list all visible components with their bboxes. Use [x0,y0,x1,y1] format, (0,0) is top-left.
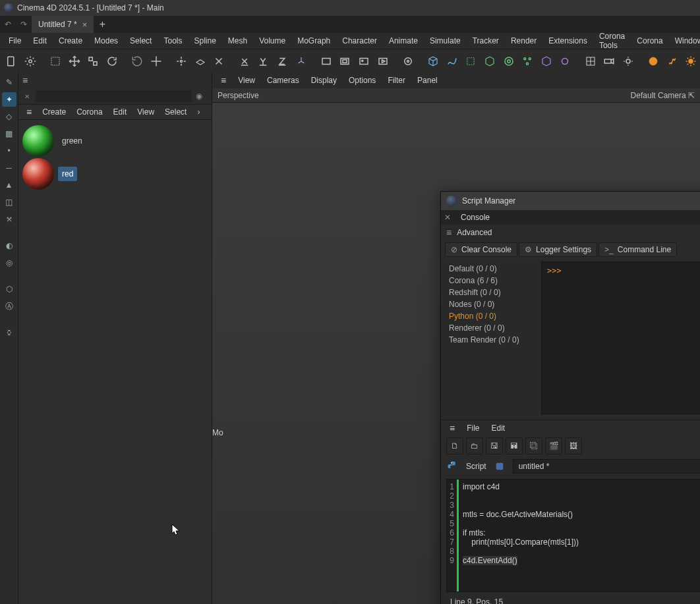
vmenu-panel[interactable]: Panel [413,74,442,87]
menu-corona[interactable]: Corona [632,34,667,47]
spline-primitive-icon[interactable] [443,52,461,70]
simulate-icon[interactable] [556,52,574,70]
cube-primitive-icon[interactable] [424,52,442,70]
z-axis-icon[interactable] [274,52,291,70]
snap-icon[interactable] [173,52,190,70]
menu-tracker[interactable]: Tracker [468,34,504,47]
image-icon[interactable]: 🖼 [565,437,582,454]
menu-volume[interactable]: Volume [254,34,290,47]
render-settings-icon[interactable] [317,52,335,70]
menu-create[interactable]: Create [54,34,87,47]
corona-render-icon[interactable] [645,52,662,70]
hamburger-icon[interactable] [22,75,28,86]
mat-menu-create[interactable]: Create [38,105,70,119]
script-menu-file[interactable]: File [462,422,484,435]
menu-extensions[interactable]: Extensions [544,34,592,47]
copy-icon[interactable]: ⿻ [525,437,542,454]
mat-menu-corona[interactable]: Corona [73,105,106,119]
more-menu-icon[interactable] [193,105,204,119]
save-as-icon[interactable]: 🖬 [506,437,523,454]
redo-button[interactable]: ↷ [16,16,32,33]
console-cat-active[interactable]: Python (0 / 0) [449,312,531,321]
render-queue-icon[interactable] [374,52,392,70]
menu-simulate[interactable]: Simulate [425,34,465,47]
menu-select[interactable]: Select [125,34,156,47]
menu-tools[interactable]: Tools [159,34,187,47]
close-tab-icon[interactable]: × [82,20,88,30]
code-content[interactable]: import c4d mtls = doc.GetActiveMaterials… [459,480,583,591]
deformer-icon[interactable] [481,52,499,70]
uv-mode-icon[interactable]: ◫ [2,195,16,209]
script-menu-edit[interactable]: Edit [487,422,510,435]
vmenu-filter[interactable]: Filter [383,74,410,87]
vmenu-cameras[interactable]: Cameras [262,74,304,87]
mograph-icon[interactable] [519,52,537,70]
material-name[interactable]: red [58,167,77,181]
clear-search-icon[interactable] [22,93,32,100]
console-tab[interactable]: Console [454,211,496,224]
menu-file[interactable]: File [4,34,26,47]
new-tab-button[interactable]: + [94,16,111,33]
edge-mode-icon[interactable]: ─ [2,161,16,175]
command-line-button[interactable]: >_Command Line [598,242,677,257]
history-icon[interactable] [129,52,146,70]
coord-system-icon[interactable] [292,52,310,70]
viewport-camera[interactable]: Default Camera ⇱ [631,91,695,100]
menu-character[interactable]: Character [337,34,382,47]
mat-menu-select[interactable]: Select [161,105,190,119]
new-script-icon[interactable]: 🗋 [446,437,463,454]
console-cat[interactable]: Default (0 / 0) [449,264,531,273]
poly-mode-icon[interactable]: ▲ [2,178,16,192]
open-script-icon[interactable]: 🗀 [466,437,483,454]
light-icon[interactable] [620,52,637,70]
hamburger-icon[interactable] [216,73,231,88]
close-tab-icon[interactable]: ✕ [441,213,454,222]
object-mode-icon[interactable]: ◇ [2,109,16,124]
gear-icon[interactable] [22,52,40,70]
console-output[interactable]: >>> [541,261,700,414]
axis-lock-icon[interactable] [210,52,228,70]
live-select-icon[interactable] [47,52,65,70]
menu-modes[interactable]: Modes [90,34,123,47]
menu-render[interactable]: Render [506,34,541,47]
script-manager-window[interactable]: Script Manager ─ □ ✕ ✕ Console Advanced … [440,191,700,604]
material-item[interactable]: green [22,125,208,157]
script-name-dropdown[interactable]: untitled * [513,459,700,474]
menu-corona-tools[interactable]: Corona Tools [595,30,629,52]
field-icon[interactable] [500,52,517,70]
mat-menu-edit[interactable]: Edit [109,105,131,119]
axis-mode-icon[interactable]: ⤧ [2,212,16,227]
window-titlebar[interactable]: Script Manager ─ □ ✕ [441,192,700,210]
menu-animate[interactable]: Animate [384,34,423,47]
menu-edit[interactable]: Edit [28,34,51,47]
camera-icon[interactable] [600,52,618,70]
vmenu-view[interactable]: View [233,74,260,87]
save-script-icon[interactable]: 🖫 [486,437,503,454]
xray-icon[interactable]: ◎ [2,256,16,270]
annotation-icon[interactable]: Ⓐ [2,299,16,314]
edit-mode-icon[interactable]: ✎ [2,75,16,90]
corona-vfb-icon[interactable] [663,52,681,70]
undo-button[interactable]: ↶ [0,16,16,33]
x-axis-icon[interactable] [235,52,253,70]
tag-icon[interactable]: ⬡ [2,282,16,296]
corona-sun-icon[interactable] [682,52,700,70]
code-editor[interactable]: 123456789 import c4d mtls = doc.GetActiv… [446,479,700,592]
volume-icon[interactable] [538,52,556,70]
clapper-icon[interactable]: 🎬 [545,437,562,454]
generator-icon[interactable] [462,52,480,70]
advanced-label[interactable]: Advanced [457,228,492,237]
model-mode-icon[interactable]: ✦ [2,92,16,107]
clear-console-button[interactable]: ⊘Clear Console [445,242,517,257]
picture-viewer-icon[interactable] [355,52,373,70]
menu-mesh[interactable]: Mesh [223,34,252,47]
vmenu-options[interactable]: Options [344,74,380,87]
workplane-icon[interactable] [191,52,209,70]
new-file-icon[interactable] [3,52,20,70]
hamburger-icon[interactable] [445,421,459,435]
texture-mode-icon[interactable]: ▦ [2,126,16,141]
menu-mograph[interactable]: MoGraph [293,34,335,47]
console-cat[interactable]: Redshift (0 / 0) [449,288,531,297]
render-icon[interactable] [399,52,417,70]
viewport-solo-icon[interactable]: ◐ [2,238,16,253]
